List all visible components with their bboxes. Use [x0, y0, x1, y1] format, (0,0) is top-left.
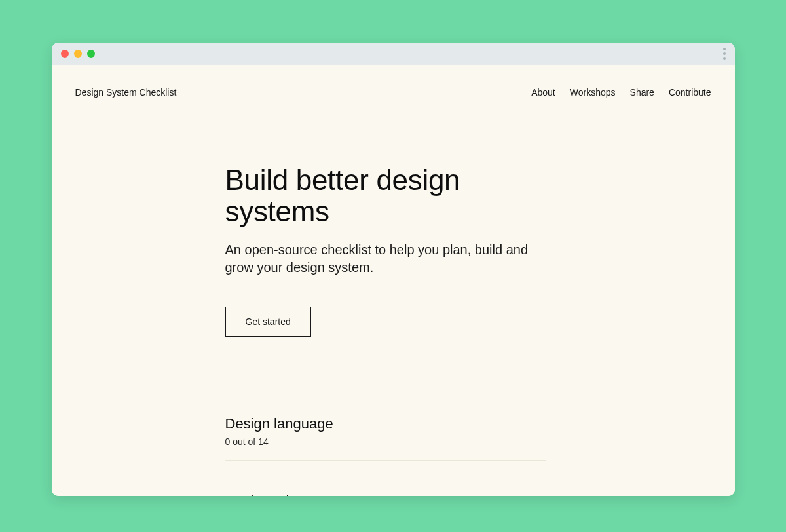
section-design-language[interactable]: Design language 0 out of 14: [225, 415, 563, 493]
close-icon[interactable]: [61, 50, 69, 58]
progress-bar: [225, 460, 546, 461]
nav-contribute[interactable]: Contribute: [669, 87, 711, 98]
hero: Build better design systems An open-sour…: [52, 104, 563, 337]
hero-subtitle: An open-source checklist to help you pla…: [225, 241, 533, 276]
top-nav: Design System Checklist About Workshops …: [52, 65, 735, 104]
window-controls: [61, 50, 95, 58]
hero-title: Build better design systems: [225, 164, 563, 228]
more-icon[interactable]: [723, 48, 726, 60]
brand-title[interactable]: Design System Checklist: [75, 87, 177, 98]
nav-share[interactable]: Share: [630, 87, 654, 98]
window-titlebar: [52, 43, 735, 65]
nav-about[interactable]: About: [531, 87, 555, 98]
section-title: Design tokens: [225, 493, 563, 496]
section-title: Design language: [225, 415, 563, 432]
page-content: Design System Checklist About Workshops …: [52, 65, 735, 496]
section-progress-text: 0 out of 14: [225, 436, 563, 447]
nav-workshops[interactable]: Workshops: [570, 87, 616, 98]
browser-window: Design System Checklist About Workshops …: [52, 43, 735, 496]
section-design-tokens[interactable]: Design tokens 0 out of 21: [225, 493, 563, 496]
minimize-icon[interactable]: [74, 50, 82, 58]
maximize-icon[interactable]: [87, 50, 95, 58]
checklist-sections: Design language 0 out of 14 Design token…: [52, 337, 563, 496]
nav-links: About Workshops Share Contribute: [531, 87, 711, 98]
get-started-button[interactable]: Get started: [225, 307, 311, 337]
